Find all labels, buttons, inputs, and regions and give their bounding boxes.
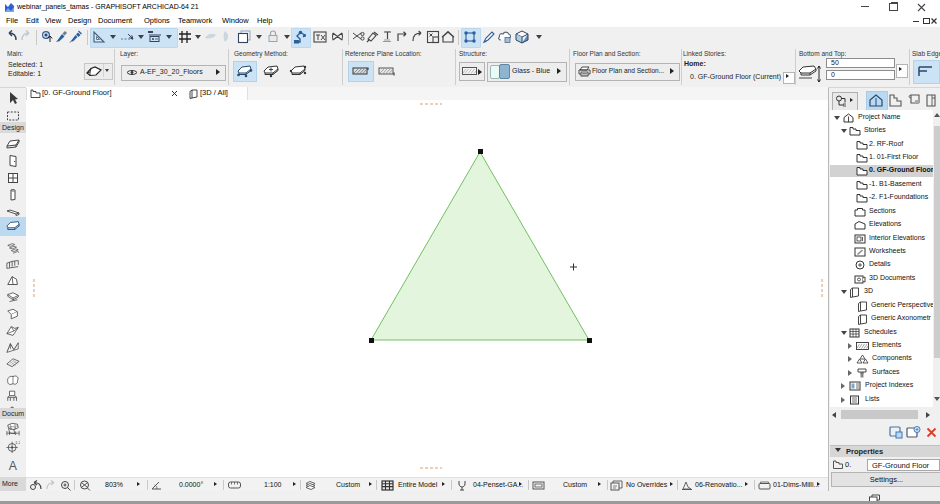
svg-text:1.2: 1.2: [15, 440, 20, 445]
svg-text:1.2: 1.2: [10, 426, 17, 431]
svg-text:A: A: [9, 459, 18, 472]
